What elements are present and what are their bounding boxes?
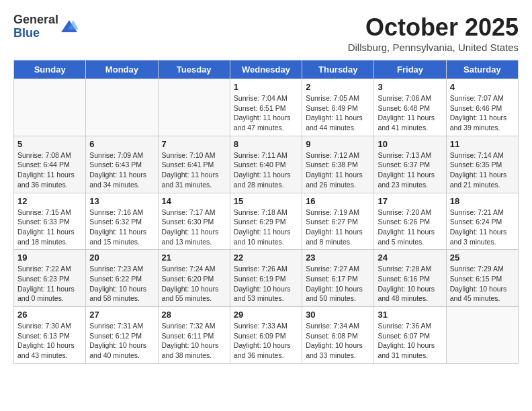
calendar-day-cell: 31Sunrise: 7:36 AM Sunset: 6:07 PM Dayli…	[374, 307, 446, 364]
day-info: Sunrise: 7:11 AM Sunset: 6:40 PM Dayligh…	[234, 150, 298, 190]
calendar-day-cell: 8Sunrise: 7:11 AM Sunset: 6:40 PM Daylig…	[230, 136, 302, 193]
calendar-day-cell: 5Sunrise: 7:08 AM Sunset: 6:44 PM Daylig…	[14, 136, 86, 193]
day-number: 10	[378, 139, 442, 149]
day-info: Sunrise: 7:14 AM Sunset: 6:35 PM Dayligh…	[450, 150, 515, 190]
calendar-day-cell: 21Sunrise: 7:24 AM Sunset: 6:20 PM Dayli…	[158, 250, 230, 307]
day-info: Sunrise: 7:36 AM Sunset: 6:07 PM Dayligh…	[378, 321, 442, 361]
calendar-day-cell: 28Sunrise: 7:32 AM Sunset: 6:11 PM Dayli…	[158, 307, 230, 364]
calendar-day-cell: 27Sunrise: 7:31 AM Sunset: 6:12 PM Dayli…	[86, 307, 158, 364]
calendar-day-cell: 2Sunrise: 7:05 AM Sunset: 6:49 PM Daylig…	[302, 79, 374, 136]
day-number: 27	[89, 310, 154, 320]
calendar-table: SundayMondayTuesdayWednesdayThursdayFrid…	[13, 60, 519, 364]
day-number: 31	[378, 310, 442, 320]
day-number: 30	[306, 310, 370, 320]
title-area: October 2025 Dillsburg, Pennsylvania, Un…	[348, 13, 519, 53]
day-info: Sunrise: 7:31 AM Sunset: 6:12 PM Dayligh…	[89, 321, 154, 361]
calendar-week-row: 19Sunrise: 7:22 AM Sunset: 6:23 PM Dayli…	[14, 250, 519, 307]
day-info: Sunrise: 7:19 AM Sunset: 6:27 PM Dayligh…	[306, 208, 370, 247]
day-of-week-header: Monday	[86, 60, 158, 79]
day-info: Sunrise: 7:09 AM Sunset: 6:43 PM Dayligh…	[89, 150, 154, 190]
calendar-day-cell: 10Sunrise: 7:13 AM Sunset: 6:37 PM Dayli…	[374, 136, 446, 193]
day-of-week-header: Sunday	[14, 60, 86, 79]
calendar-day-cell: 11Sunrise: 7:14 AM Sunset: 6:35 PM Dayli…	[446, 136, 518, 193]
day-info: Sunrise: 7:18 AM Sunset: 6:29 PM Dayligh…	[234, 208, 298, 247]
calendar-week-row: 5Sunrise: 7:08 AM Sunset: 6:44 PM Daylig…	[14, 136, 519, 193]
page-header: General Blue October 2025 Dillsburg, Pen…	[13, 13, 519, 53]
day-number: 7	[162, 139, 226, 149]
day-number: 25	[450, 253, 515, 263]
day-info: Sunrise: 7:23 AM Sunset: 6:22 PM Dayligh…	[89, 264, 154, 304]
calendar-week-row: 26Sunrise: 7:30 AM Sunset: 6:13 PM Dayli…	[14, 307, 519, 364]
day-number: 20	[89, 253, 154, 263]
logo: General Blue	[13, 13, 79, 40]
day-info: Sunrise: 7:13 AM Sunset: 6:37 PM Dayligh…	[378, 150, 442, 190]
calendar-day-cell	[14, 79, 86, 136]
logo-icon	[60, 17, 79, 36]
day-info: Sunrise: 7:12 AM Sunset: 6:38 PM Dayligh…	[306, 150, 370, 190]
logo-general-text: General	[13, 13, 58, 27]
day-info: Sunrise: 7:05 AM Sunset: 6:49 PM Dayligh…	[306, 93, 370, 133]
day-info: Sunrise: 7:21 AM Sunset: 6:24 PM Dayligh…	[450, 208, 515, 247]
day-number: 3	[378, 82, 442, 92]
day-number: 14	[162, 196, 226, 206]
day-number: 11	[450, 139, 515, 149]
calendar-day-cell: 4Sunrise: 7:07 AM Sunset: 6:46 PM Daylig…	[446, 79, 518, 136]
calendar-day-cell: 18Sunrise: 7:21 AM Sunset: 6:24 PM Dayli…	[446, 193, 518, 250]
logo-blue-text: Blue	[13, 27, 58, 40]
day-info: Sunrise: 7:08 AM Sunset: 6:44 PM Dayligh…	[17, 150, 82, 190]
calendar-day-cell: 26Sunrise: 7:30 AM Sunset: 6:13 PM Dayli…	[14, 307, 86, 364]
day-info: Sunrise: 7:16 AM Sunset: 6:32 PM Dayligh…	[89, 208, 154, 247]
day-number: 5	[17, 139, 82, 149]
calendar-day-cell: 29Sunrise: 7:33 AM Sunset: 6:09 PM Dayli…	[230, 307, 302, 364]
day-number: 6	[89, 139, 154, 149]
calendar-day-cell: 30Sunrise: 7:34 AM Sunset: 6:08 PM Dayli…	[302, 307, 374, 364]
calendar-day-cell: 7Sunrise: 7:10 AM Sunset: 6:41 PM Daylig…	[158, 136, 230, 193]
day-number: 17	[378, 196, 442, 206]
day-info: Sunrise: 7:20 AM Sunset: 6:26 PM Dayligh…	[378, 208, 442, 247]
day-number: 12	[17, 196, 82, 206]
day-info: Sunrise: 7:32 AM Sunset: 6:11 PM Dayligh…	[162, 321, 226, 361]
day-of-week-header: Saturday	[446, 60, 518, 79]
day-info: Sunrise: 7:10 AM Sunset: 6:41 PM Dayligh…	[162, 150, 226, 190]
day-info: Sunrise: 7:27 AM Sunset: 6:17 PM Dayligh…	[306, 264, 370, 304]
day-number: 19	[17, 253, 82, 263]
calendar-day-cell	[158, 79, 230, 136]
day-info: Sunrise: 7:22 AM Sunset: 6:23 PM Dayligh…	[17, 264, 82, 304]
day-number: 16	[306, 196, 370, 206]
day-number: 22	[234, 253, 298, 263]
calendar-day-cell: 9Sunrise: 7:12 AM Sunset: 6:38 PM Daylig…	[302, 136, 374, 193]
day-number: 26	[17, 310, 82, 320]
day-number: 1	[234, 82, 298, 92]
day-info: Sunrise: 7:04 AM Sunset: 6:51 PM Dayligh…	[234, 93, 298, 133]
day-info: Sunrise: 7:06 AM Sunset: 6:48 PM Dayligh…	[378, 93, 442, 133]
calendar-day-cell: 23Sunrise: 7:27 AM Sunset: 6:17 PM Dayli…	[302, 250, 374, 307]
calendar-day-cell: 1Sunrise: 7:04 AM Sunset: 6:51 PM Daylig…	[230, 79, 302, 136]
calendar-day-cell	[446, 307, 518, 364]
calendar-day-cell: 14Sunrise: 7:17 AM Sunset: 6:30 PM Dayli…	[158, 193, 230, 250]
calendar-day-cell: 22Sunrise: 7:26 AM Sunset: 6:19 PM Dayli…	[230, 250, 302, 307]
month-title: October 2025	[348, 13, 519, 42]
day-number: 23	[306, 253, 370, 263]
day-number: 21	[162, 253, 226, 263]
day-info: Sunrise: 7:28 AM Sunset: 6:16 PM Dayligh…	[378, 264, 442, 304]
calendar-day-cell: 16Sunrise: 7:19 AM Sunset: 6:27 PM Dayli…	[302, 193, 374, 250]
calendar-day-cell: 17Sunrise: 7:20 AM Sunset: 6:26 PM Dayli…	[374, 193, 446, 250]
day-number: 18	[450, 196, 515, 206]
day-info: Sunrise: 7:07 AM Sunset: 6:46 PM Dayligh…	[450, 93, 515, 133]
day-number: 9	[306, 139, 370, 149]
calendar-day-cell	[86, 79, 158, 136]
day-of-week-header: Tuesday	[158, 60, 230, 79]
calendar-day-cell: 15Sunrise: 7:18 AM Sunset: 6:29 PM Dayli…	[230, 193, 302, 250]
day-number: 29	[234, 310, 298, 320]
day-of-week-header: Wednesday	[230, 60, 302, 79]
day-of-week-header: Friday	[374, 60, 446, 79]
day-of-week-header: Thursday	[302, 60, 374, 79]
calendar-day-cell: 13Sunrise: 7:16 AM Sunset: 6:32 PM Dayli…	[86, 193, 158, 250]
day-info: Sunrise: 7:34 AM Sunset: 6:08 PM Dayligh…	[306, 321, 370, 361]
day-number: 4	[450, 82, 515, 92]
calendar-day-cell: 20Sunrise: 7:23 AM Sunset: 6:22 PM Dayli…	[86, 250, 158, 307]
location-subtitle: Dillsburg, Pennsylvania, United States	[348, 42, 519, 53]
day-number: 15	[234, 196, 298, 206]
day-info: Sunrise: 7:29 AM Sunset: 6:15 PM Dayligh…	[450, 264, 515, 304]
calendar-week-row: 1Sunrise: 7:04 AM Sunset: 6:51 PM Daylig…	[14, 79, 519, 136]
